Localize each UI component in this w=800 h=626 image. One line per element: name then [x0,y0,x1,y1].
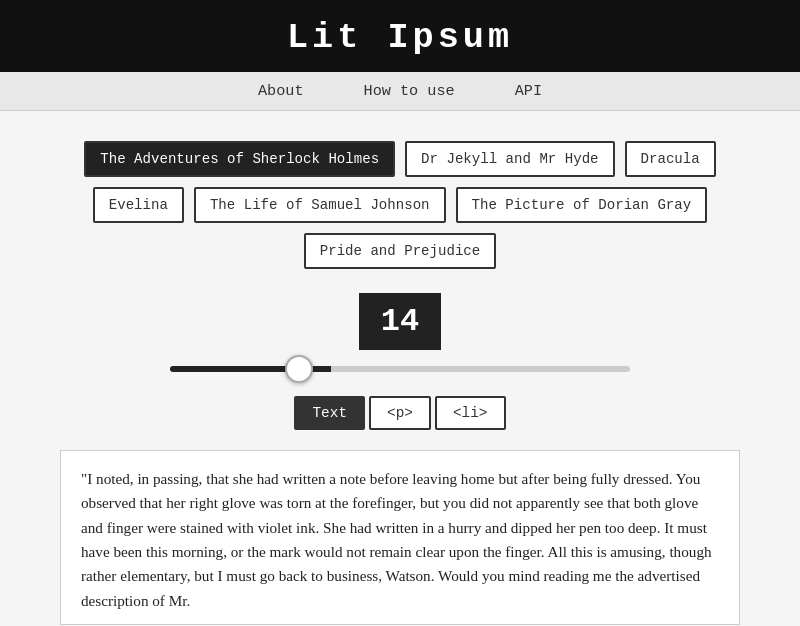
slider-container [60,366,740,372]
text-output: "I noted, in passing, that she had writt… [60,450,740,625]
book-btn-dracula[interactable]: Dracula [625,141,716,177]
nav-link-how-to-use[interactable]: How to use [364,82,455,100]
book-btn-sherlock[interactable]: The Adventures of Sherlock Holmes [84,141,395,177]
count-slider[interactable] [170,366,630,372]
book-btn-pride[interactable]: Pride and Prejudice [304,233,497,269]
nav-link-api[interactable]: API [515,82,542,100]
app-header: Lit Ipsum [0,0,800,72]
nav-link-about[interactable]: About [258,82,304,100]
book-btn-samuel[interactable]: The Life of Samuel Johnson [194,187,446,223]
format-btn-li[interactable]: <li> [435,396,506,430]
number-display-container: 14 [60,293,740,350]
format-btn-text[interactable]: Text [294,396,365,430]
main-nav: AboutHow to useAPI [0,72,800,111]
main-content: The Adventures of Sherlock HolmesDr Jeky… [0,111,800,626]
book-selector: The Adventures of Sherlock HolmesDr Jeky… [60,141,740,269]
app-title: Lit Ipsum [0,18,800,58]
format-btn-p[interactable]: <p> [369,396,431,430]
generated-text: "I noted, in passing, that she had writt… [81,467,719,613]
book-btn-jekyll[interactable]: Dr Jekyll and Mr Hyde [405,141,614,177]
book-btn-evelina[interactable]: Evelina [93,187,184,223]
format-selector: Text<p><li> [60,396,740,430]
book-btn-dorian[interactable]: The Picture of Dorian Gray [456,187,708,223]
paragraph-count: 14 [359,293,441,350]
